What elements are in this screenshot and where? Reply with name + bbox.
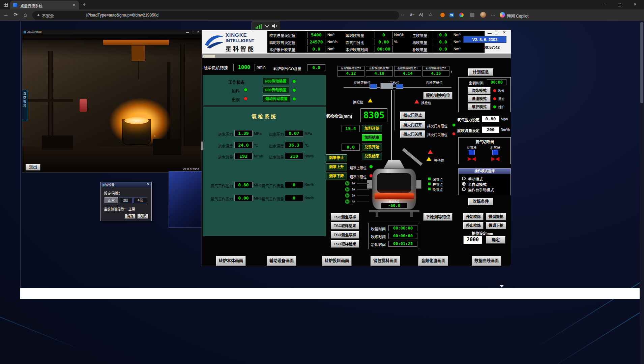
hmi-minimize-button[interactable] [488,33,492,34]
bottom-flow-input[interactable]: 200 [482,126,499,133]
tab-close-icon[interactable]: × [73,2,76,7]
background-window[interactable] [169,171,202,228]
browser-essentials-icon[interactable]: ◌ [401,12,404,17]
slag-mode-button[interactable]: 溅渣模式 [468,95,491,102]
chevron-down-icon[interactable] [265,24,269,27]
hscrollbar-thumb[interactable] [203,55,216,58]
row-label: 进水流量 [204,154,233,160]
avatar[interactable] [480,12,486,18]
extensions-icon[interactable] [470,13,474,17]
feed-end-button[interactable]: 加料结束 [362,134,382,141]
console-manual-mode-label[interactable]: 操作台手动模式 [468,187,494,192]
blow-condition-button[interactable]: 吹炼条件 [468,198,493,205]
read-aloud-icon[interactable]: A) [419,12,423,17]
window-maximize-button[interactable] [618,3,621,6]
hood-stop-button[interactable]: 烟罩停止 [326,154,347,161]
new-tab-button[interactable]: + [83,1,86,7]
trim-raise-button[interactable]: 微调提枪 [486,213,506,220]
hmi-maximize-button[interactable] [495,31,498,34]
viewer-maximize-button[interactable] [192,31,194,33]
hmi-side-scroll-nub[interactable] [201,142,203,150]
view-angle-tab[interactable]: 观察视角 [22,90,27,121]
dialog-titlebar[interactable]: 加速设置 × [100,182,151,187]
feed-start-button[interactable]: 加料开始 [362,125,382,132]
back-icon[interactable]: ← [3,12,9,18]
semiauto-mode-label[interactable]: 半自动模式 [468,182,487,187]
hmi-close-button[interactable]: × [503,29,506,35]
extension-icon-color[interactable] [459,13,464,17]
nav-auxiliary[interactable]: 辅助设备画面 [267,256,296,266]
o2-pressure-unit: Mpa [501,117,508,121]
trim-lower-button[interactable]: 微调下枪 [486,222,506,229]
radio-semiauto-mode[interactable] [462,182,466,186]
tension-box: 左枪钢丝绳张力1 4.12 [338,66,364,77]
lance-setpoint-ok-button[interactable]: 确定 [486,236,505,244]
f05-drive-button[interactable]: F05传动装置 [263,78,289,85]
plan-info-button[interactable]: 计划信息 [468,68,493,76]
start-blow-button[interactable]: 开始吹炼 [463,213,484,220]
viewer-titlebar[interactable]: ZLLCVirtual × [22,30,202,34]
option-2x[interactable]: 2倍 [119,197,133,203]
vscrollbar-thumb[interactable] [640,22,643,103]
extension-icon-w[interactable]: W [449,13,454,17]
tilt-drive-button[interactable]: 倾动传动装置 [263,95,290,102]
raise-lance-button[interactable]: 提枪到换枪位 [423,92,452,99]
security-label[interactable]: 不安全 [42,13,54,19]
firedoor-stop-button[interactable]: 挡火门停止 [400,112,425,119]
viewer-close-icon[interactable]: × [197,30,199,34]
hmi-hscrollbar[interactable] [202,54,511,58]
url-text[interactable]: s?loadType=auto&group=6fdnw219850d [86,13,158,18]
manual-mode-label[interactable]: 手动模式 [468,176,483,182]
viewer-scene[interactable] [22,34,202,172]
radio-manual-mode[interactable] [462,177,466,180]
tso-result-button[interactable]: TSO取样结果 [331,240,359,248]
lance-setpoint-input[interactable]: 2000 [463,236,482,244]
option-4x[interactable]: 4倍 [134,197,147,203]
option-normal[interactable]: 正常 [105,197,118,203]
nav-converter-charging[interactable]: 转炉投料画面 [322,256,352,266]
browser-tab[interactable]: 点量云流系统 × [10,1,79,9]
dialog-close-icon[interactable]: × [147,182,149,187]
tso-measure-button[interactable]: TSO测温取样 [331,231,359,239]
stop-blow-button[interactable]: 停止吹炼 [463,222,484,229]
page-vscrollbar[interactable] [640,21,644,364]
nav-audio-slag[interactable]: 音频化渣画面 [418,256,448,266]
refresh-icon[interactable]: ⟳ [13,12,18,18]
viewer-version: V2.8.0.2303 [183,168,199,171]
window-close-button[interactable]: × [634,1,637,7]
iron-start-button[interactable]: 兑铁开始 [362,144,382,151]
stat-label: 主吹氧量 [412,33,427,38]
maintain-mode-button[interactable]: 维护模式 [468,103,491,110]
tsc-result-button[interactable]: TSC取样结果 [331,222,359,230]
hood-down-button[interactable]: 烟罩下降 [326,173,347,180]
firedoor-close-button[interactable]: 挡火门关闭 [400,130,425,138]
blow-mode-button[interactable]: 吹炼模式 [468,87,491,94]
iron-end-button[interactable]: 兑铁结束 [362,153,382,160]
window-minimize-button[interactable] [602,5,606,5]
extension-icon-orange[interactable] [440,13,445,17]
workspaces-icon[interactable] [4,3,8,7]
radio-console-manual-mode[interactable] [462,187,466,191]
home-icon[interactable]: ⌂ [24,12,27,18]
tsc-measure-button[interactable]: TSC测温取样 [331,213,359,221]
copilot-button[interactable]: 询问 Copilot [500,11,530,19]
hood-up-button[interactable]: 烟罩上升 [326,163,347,171]
translate-icon[interactable]: a≈ [410,12,414,17]
lower-lance-button[interactable]: 下枪到等待位 [423,213,452,221]
dialog-ok-button[interactable]: 确定 [125,214,136,219]
address-bar[interactable]: ▲ 不安全 s?loadType=auto&group=6fdnw219850d [32,11,399,20]
speaker-icon[interactable] [272,23,278,29]
nav-ladle-charging[interactable]: 钢包投料画面 [371,256,400,266]
dialog-close-button[interactable]: 关闭 [138,214,148,219]
more-icon[interactable]: … [491,11,495,17]
viewer-exit-button[interactable]: 退出 [26,164,40,171]
o2-pressure-input[interactable]: 0.80 [482,116,499,122]
nav-converter-body[interactable]: 转炉本体画面 [216,256,246,266]
firedoor-open-button[interactable]: 挡火门打开 [400,121,425,129]
nav-data-curves[interactable]: 数据曲线画面 [472,256,501,266]
wait-position-warning-icon [427,157,431,161]
f06-drive-button[interactable]: F06传动装置 [263,87,289,93]
viewer-minimize-button[interactable] [186,32,189,33]
favorites-icon[interactable]: ☆ [428,12,433,17]
scroll-hint-icon[interactable] [500,285,504,287]
